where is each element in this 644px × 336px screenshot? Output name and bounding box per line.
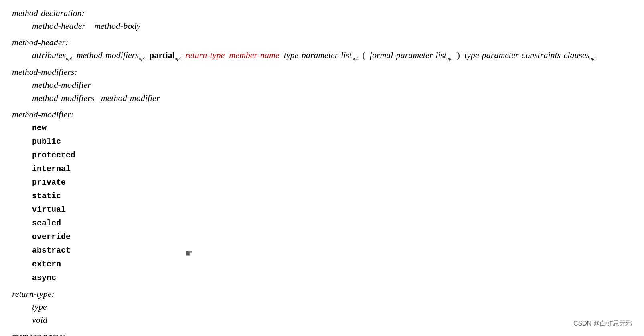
method-header-rule: method-header: xyxy=(12,37,632,48)
method-modifiers-rule: method-modifiers: xyxy=(12,67,632,77)
return-type-rule: return-type: xyxy=(12,289,632,299)
kw-override: override xyxy=(12,229,632,243)
kw-sealed: sealed xyxy=(12,216,632,229)
method-modifiers-block: method-modifiers: method-modifier method… xyxy=(12,67,632,105)
open-paren: ( xyxy=(362,50,365,60)
close-paren: ) xyxy=(457,50,460,60)
method-modifiers-prod1: method-modifier xyxy=(12,78,632,91)
kw-public: public xyxy=(12,134,632,148)
method-declaration-block: method-declaration: method-header method… xyxy=(12,8,632,32)
member-name-block: member-name: identifier interface-type .… xyxy=(12,331,632,336)
type-parameter-list-ref: type-parameter-listopt xyxy=(284,50,358,60)
return-type-block: return-type: type void xyxy=(12,289,632,326)
method-modifier-rule: method-modifier: xyxy=(12,109,632,120)
method-header-prod: attributesopt method-modifiersopt partia… xyxy=(12,48,632,62)
method-header-ref: method-header xyxy=(32,21,85,31)
return-type-type: type xyxy=(12,300,632,313)
return-type-void: void xyxy=(12,313,632,326)
method-declaration-prod: method-header method-body xyxy=(12,19,632,32)
return-type-ref: return-type xyxy=(185,50,225,60)
cursor-icon: ☛ xyxy=(185,248,193,259)
member-name-ref: member-name xyxy=(229,50,279,60)
method-body-ref: method-body xyxy=(94,21,140,31)
attributes-ref: attributesopt xyxy=(32,50,72,60)
kw-new: new xyxy=(12,121,632,134)
partial-keyword: partialopt xyxy=(149,50,181,60)
type-parameter-constraints-ref: type-parameter-constraints-clausesopt xyxy=(464,50,596,60)
watermark: CSDN @白虹思无邪 xyxy=(573,320,632,328)
kw-async: async xyxy=(12,270,632,284)
method-declaration-rule: method-declaration: xyxy=(12,8,632,18)
method-modifiers-prod2: method-modifiers method-modifier xyxy=(12,91,632,105)
formal-parameter-list-ref: formal-parameter-listopt xyxy=(370,50,453,60)
kw-protected: protected xyxy=(12,148,632,161)
kw-extern: extern xyxy=(12,257,632,270)
method-modifiers-ref: method-modifiersopt xyxy=(77,50,145,60)
kw-abstract: abstract xyxy=(12,243,632,257)
kw-internal: internal xyxy=(12,161,632,175)
member-name-rule: member-name: xyxy=(12,331,632,336)
method-modifier-block: method-modifier: new public protected in… xyxy=(12,109,632,284)
kw-private: private xyxy=(12,175,632,189)
kw-static: static xyxy=(12,189,632,202)
method-header-block: method-header: attributesopt method-modi… xyxy=(12,37,632,62)
kw-virtual: virtual xyxy=(12,202,632,216)
